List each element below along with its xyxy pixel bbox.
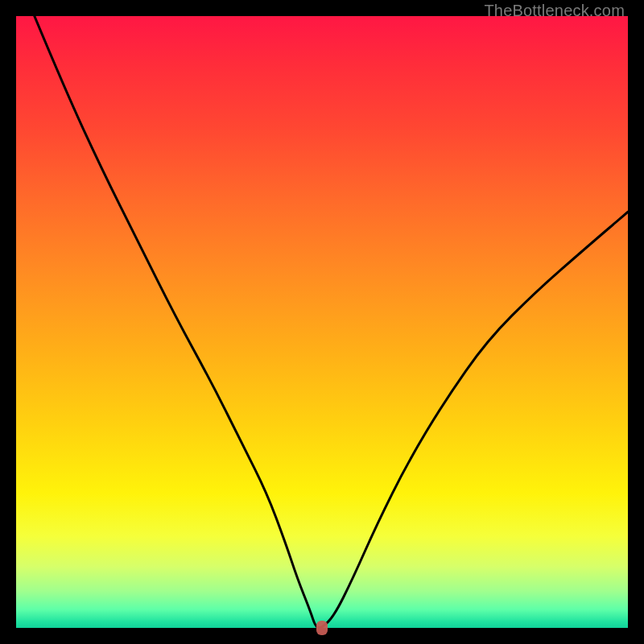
bottleneck-curve	[16, 16, 628, 628]
optimal-point-marker	[316, 621, 328, 635]
watermark-text: TheBottleneck.com	[484, 2, 625, 20]
chart-frame: TheBottleneck.com	[0, 0, 644, 644]
plot-area	[16, 16, 628, 628]
